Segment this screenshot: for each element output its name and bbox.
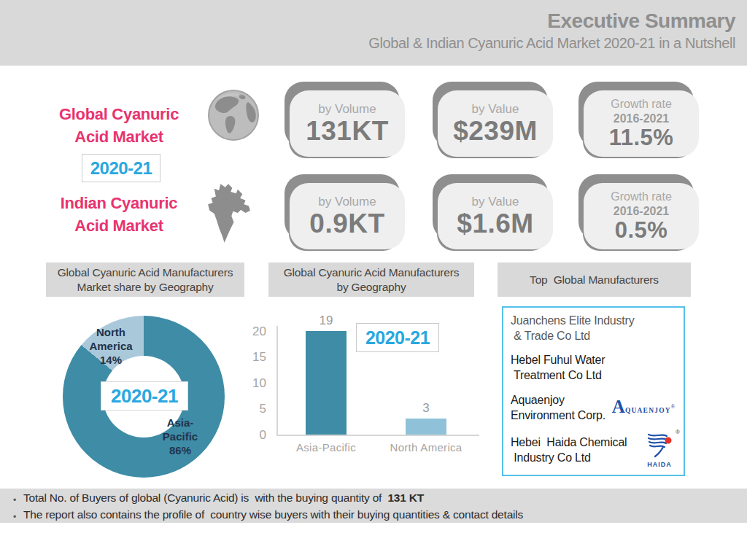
footer-text-normal: Total No. of Buyers of global (Cyanuric … <box>23 491 387 504</box>
y-axis-tick: 10 <box>244 376 266 391</box>
stat-value: $1.6M <box>457 209 533 238</box>
india-map-icon <box>206 182 250 246</box>
manufacturer-item: Hebei Haida Chemical Industry Co Ltd <box>511 432 676 468</box>
page-subtitle: Global & Indian Cyanuric Acid Market 202… <box>0 34 735 52</box>
manufacturer-name-line: Hebel Fuhul Water <box>511 352 605 368</box>
manufacturer-name: Juanchens Elite Industry & Trade Co Ltd <box>511 313 635 343</box>
donut-chart: North America 14% Asia- Pacific 86% 2020… <box>62 315 225 478</box>
manufacturer-item: Hebel Fuhul Water Treatment Co Ltd <box>511 352 676 383</box>
stat-card-global-value: by Value $239M <box>438 90 553 157</box>
haida-logo-mark: ® <box>646 432 673 461</box>
registered-mark: ® <box>671 404 675 409</box>
donut-label-line: North <box>71 325 151 339</box>
aquaenjoy-logo: AQUAENJOY® <box>612 399 675 416</box>
section-header-top-manufacturers: Top Global Manufacturers <box>498 262 691 297</box>
manufacturer-name-line: Industry Co Ltd <box>511 450 627 465</box>
manufacturer-item: Aquaenjoy Environment Corp. AQUAENJOY® <box>511 392 676 423</box>
donut-label-value: 86% <box>140 443 220 457</box>
top-manufacturers-box: Juanchens Elite Industry & Trade Co Ltd … <box>502 306 685 476</box>
donut-label-line: Pacific <box>140 429 220 443</box>
stat-value: $239M <box>453 117 538 146</box>
haida-logo: ® HAIDA <box>646 432 673 468</box>
indian-market-line2: Acid Market <box>42 214 196 237</box>
stat-card-indian-value: by Value $1.6M <box>438 183 553 249</box>
bar-column-north-america: 3 <box>406 402 446 435</box>
stat-sublabel: 2016-2021 <box>614 204 670 218</box>
donut-label-line: Asia- <box>140 416 220 429</box>
x-axis-category: Asia-Pacific <box>279 441 374 454</box>
registered-mark: ® <box>676 429 680 435</box>
section-header-by-geography: Global Cyanuric Acid Manufacturers by Ge… <box>268 262 474 297</box>
footer-text: Total No. of Buyers of global (Cyanuric … <box>23 491 424 505</box>
global-market-line1: Global Cyanuric <box>42 103 196 125</box>
manufacturer-name: Hebei Haida Chemical Industry Co Ltd <box>511 435 627 465</box>
stat-sublabel: 2016-2021 <box>614 112 670 125</box>
stat-label: Growth rate <box>611 97 672 112</box>
footer-text-bold: 131 KT <box>387 491 424 504</box>
section-header-line: Global Cyanuric Acid Manufacturers <box>284 265 459 280</box>
x-axis-line <box>276 435 479 436</box>
y-axis-tick: 20 <box>244 324 266 339</box>
stat-value: 0.5% <box>615 218 668 243</box>
bar-asia-pacific <box>306 331 347 435</box>
global-year-badge: 2020-21 <box>82 154 160 182</box>
global-market-line2: Acid Market <box>42 125 196 148</box>
section-header-line: by Geography <box>337 280 406 295</box>
footer-text: The report also contains the profile of … <box>23 508 523 522</box>
manufacturer-name-line: Juanchens Elite Industry <box>511 313 635 328</box>
section-header-line: Top Global Manufacturers <box>530 273 659 287</box>
stat-card-global-growth: Growth rate 2016-2021 11.5% <box>584 90 699 157</box>
manufacturer-name-line: Treatment Co Ltd <box>511 368 605 383</box>
manufacturer-item: Juanchens Elite Industry & Trade Co Ltd <box>511 313 676 343</box>
donut-label-asia-pacific: Asia- Pacific 86% <box>140 416 220 457</box>
slide: Executive Summary Global & Indian Cyanur… <box>0 0 747 560</box>
aquaenjoy-logo-initial: A <box>612 397 625 416</box>
stat-label: Growth rate <box>611 190 672 204</box>
stat-value: 131KT <box>306 117 389 146</box>
x-axis-category: North America <box>379 441 473 454</box>
bar-value-label: 3 <box>422 402 429 415</box>
footer-bar: • Total No. of Buyers of global (Cyanuri… <box>0 489 747 523</box>
manufacturer-name-line: & Trade Co Ltd <box>511 328 635 343</box>
indian-market-label: Indian Cyanuric Acid Market <box>42 192 196 237</box>
section-header-market-share: Global Cyanuric Acid Manufacturers Marke… <box>46 262 244 297</box>
manufacturer-name-line: Hebei Haida Chemical <box>511 435 627 450</box>
y-axis-tick: 15 <box>244 350 266 365</box>
bullet-icon: • <box>13 493 16 508</box>
bar-column-asia-pacific: 19 <box>306 314 347 435</box>
footer-bullet-1: • Total No. of Buyers of global (Cyanuri… <box>13 491 747 508</box>
stat-card-global-volume: by Volume 131KT <box>290 90 405 157</box>
stat-value: 0.9KT <box>309 209 384 238</box>
bar-chart: 20 15 10 5 0 19 3 Asia-Pacific North Ame… <box>244 314 485 463</box>
manufacturer-name: Aquaenjoy Environment Corp. <box>511 392 605 423</box>
y-axis-tick: 0 <box>244 428 266 443</box>
aquaenjoy-logo-text: QUAENJOY <box>625 407 671 414</box>
footer-bullet-2: • The report also contains the profile o… <box>13 508 747 524</box>
indian-market-line1: Indian Cyanuric <box>42 192 196 214</box>
bullet-icon: • <box>13 510 16 524</box>
global-market-label: Global Cyanuric Acid Market <box>42 103 196 148</box>
donut-label-line: America <box>71 339 151 353</box>
haida-logo-text: HAIDA <box>647 461 672 468</box>
stat-value: 11.5% <box>609 125 674 150</box>
page-title: Executive Summary <box>0 9 735 34</box>
manufacturer-name-line: Aquaenjoy <box>511 392 605 408</box>
section-header-line: Global Cyanuric Acid Manufacturers <box>58 265 233 280</box>
bar-chart-year-badge: 2020-21 <box>356 323 439 352</box>
stat-card-indian-growth: Growth rate 2016-2021 0.5% <box>584 183 699 249</box>
stat-card-indian-volume: by Volume 0.9KT <box>290 183 405 249</box>
donut-label-north-america: North America 14% <box>71 325 151 367</box>
slide-header: Executive Summary Global & Indian Cyanur… <box>0 0 747 66</box>
stat-label: by Value <box>472 102 519 117</box>
section-header-line: Market share by Geography <box>77 280 213 295</box>
manufacturer-name: Hebel Fuhul Water Treatment Co Ltd <box>511 352 605 383</box>
stat-label: by Value <box>472 195 519 209</box>
bar-value-label: 19 <box>320 314 333 327</box>
donut-year-badge: 2020-21 <box>101 381 188 411</box>
stat-label: by Volume <box>318 195 376 209</box>
y-axis-tick: 5 <box>244 402 266 416</box>
stat-label: by Volume <box>318 102 376 117</box>
donut-label-value: 14% <box>71 353 151 367</box>
globe-icon <box>207 89 260 146</box>
manufacturer-name-line: Environment Corp. <box>511 408 605 423</box>
